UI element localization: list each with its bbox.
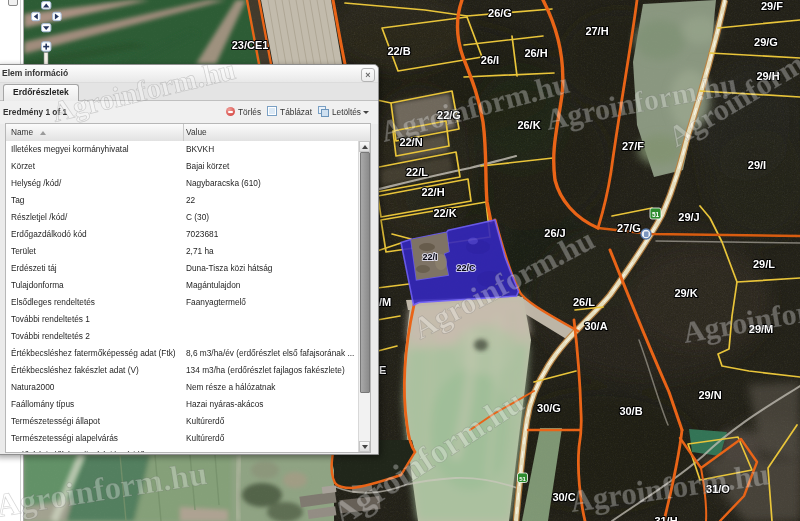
svg-text:30/C: 30/C [552, 491, 575, 503]
svg-text:26/H: 26/H [524, 47, 547, 59]
svg-text:22/I: 22/I [422, 252, 437, 262]
svg-text:22/C: 22/C [456, 263, 476, 273]
svg-text:30/G: 30/G [537, 402, 561, 414]
svg-text:27/G: 27/G [617, 222, 641, 234]
svg-text:31/H: 31/H [654, 515, 677, 521]
svg-text:30/A: 30/A [584, 320, 607, 332]
svg-text:23/CE1: 23/CE1 [232, 39, 269, 51]
svg-text:51: 51 [652, 211, 660, 218]
svg-text:22/H: 22/H [421, 186, 444, 198]
svg-text:29/K: 29/K [674, 287, 697, 299]
svg-text:29/G: 29/G [754, 36, 778, 48]
svg-text:31/O: 31/O [706, 483, 730, 495]
svg-text:30/B: 30/B [619, 405, 642, 417]
svg-text:22/N: 22/N [399, 136, 422, 148]
svg-text:22/L: 22/L [406, 166, 428, 178]
svg-text:29/N: 29/N [698, 389, 721, 401]
svg-text:51: 51 [519, 476, 526, 482]
svg-text:22/B: 22/B [387, 45, 410, 57]
svg-text:29/M: 29/M [749, 323, 773, 335]
svg-text:27/F: 27/F [622, 140, 644, 152]
svg-text:29/H: 29/H [756, 70, 779, 82]
svg-text:22/G: 22/G [437, 109, 461, 121]
svg-text:26/K: 26/K [517, 119, 540, 131]
svg-text:29/J: 29/J [678, 211, 699, 223]
svg-text:29/L: 29/L [753, 258, 775, 270]
svg-text:27/H: 27/H [585, 25, 608, 37]
svg-text:26/L: 26/L [573, 296, 595, 308]
svg-text:29/I: 29/I [748, 159, 766, 171]
svg-text:26/I: 26/I [481, 54, 499, 66]
svg-text:22/K: 22/K [433, 207, 456, 219]
svg-text:26/G: 26/G [488, 7, 512, 19]
svg-text:26/J: 26/J [544, 227, 565, 239]
svg-text:29/F: 29/F [761, 0, 783, 12]
